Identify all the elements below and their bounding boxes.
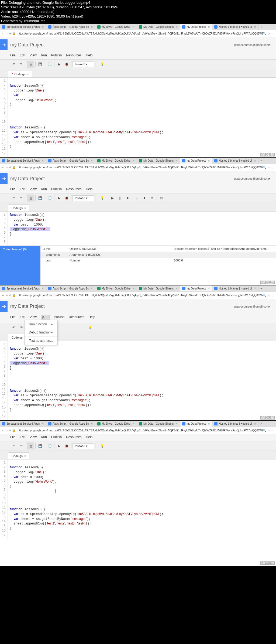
account-menu[interactable]: gappscourses@gmail.com ▾ xyxy=(234,177,271,180)
indent-icon[interactable]: ▤ xyxy=(27,442,34,449)
menu-run[interactable]: Run xyxy=(41,187,47,191)
close-icon[interactable]: × xyxy=(27,73,29,76)
code-editor[interactable]: 1234567891011121314151617 function lesso… xyxy=(0,459,276,539)
script-logo-icon[interactable]: ➜ xyxy=(0,39,8,50)
debug-function-item[interactable]: Debug function▶ xyxy=(25,328,57,336)
script-logo-icon[interactable]: ➜ xyxy=(0,301,8,312)
redo-icon[interactable]: ↷ xyxy=(18,61,25,68)
menu-edit[interactable]: Edit xyxy=(20,315,25,321)
tab-spreadsheet[interactable]: Spreadsheet Service | Apps× xyxy=(0,285,46,291)
tab-hosted[interactable]: Hosted Libraries | Hosted Li× xyxy=(212,24,258,30)
reload-icon[interactable]: ⟳ xyxy=(9,32,11,35)
menu-publish[interactable]: Publish xyxy=(51,435,62,439)
function-select[interactable]: lesson3 ▾ xyxy=(73,195,94,201)
back-icon[interactable]: ← xyxy=(2,166,4,169)
menu-help[interactable]: Help xyxy=(89,315,95,321)
debug-row[interactable]: ⊞ this Object (748023653) ({lesson2:func… xyxy=(40,246,276,252)
menu-edit[interactable]: Edit xyxy=(20,435,25,439)
star-icon[interactable]: ☆ xyxy=(268,32,270,35)
debug-row[interactable]: arguments Arguments (748023626) xyxy=(40,252,276,258)
debug-icon[interactable]: 🐞 xyxy=(63,61,70,68)
close-icon[interactable]: × xyxy=(24,454,26,458)
close-icon[interactable]: × xyxy=(133,25,134,29)
menu-resources[interactable]: Resources xyxy=(66,53,81,57)
url-input[interactable]: https://script.google.com/macros/d/1J9-3… xyxy=(18,429,263,432)
run-icon[interactable]: ▶ xyxy=(56,195,63,202)
file-tab-code[interactable]: *Code.gs× xyxy=(8,71,32,77)
menu-run[interactable]: Run xyxy=(41,315,50,321)
layout-icon[interactable]: ⧉ xyxy=(158,195,165,202)
code-content[interactable]: function lesson3(){ Logger.log('One'); v… xyxy=(8,78,276,157)
close-icon[interactable]: × xyxy=(42,25,44,29)
close-icon[interactable]: × xyxy=(24,206,26,210)
file-tab-code[interactable]: Code.gs× xyxy=(8,205,29,211)
code-editor[interactable]: 1234567891011121314151617 function lesso… xyxy=(0,78,276,157)
lightbulb-icon[interactable]: 💡 xyxy=(99,195,106,202)
menu-resources[interactable]: Resources xyxy=(69,315,84,321)
indent-icon[interactable]: ▤ xyxy=(27,195,34,202)
save-icon[interactable]: 💾 xyxy=(37,61,44,68)
tab-drive[interactable]: My Drive - Google Drive× xyxy=(95,285,137,291)
undo-icon[interactable]: ↶ xyxy=(10,324,17,331)
new-tab-button[interactable]: + xyxy=(258,25,264,28)
url-input[interactable]: https://script.google.com/macros/d/1J9-3… xyxy=(18,32,263,35)
tab-project[interactable]: my Data Project× xyxy=(180,158,212,164)
undo-icon[interactable]: ↶ xyxy=(10,442,17,449)
url-input[interactable]: https://script.google.com/macros/d/1J9-3… xyxy=(18,166,263,169)
tab-project[interactable]: my Data Project× xyxy=(180,421,212,427)
tab-spreadsheet[interactable]: Spreadsheet Service | Apps× xyxy=(0,158,46,164)
lightbulb-icon[interactable]: 💡 xyxy=(99,61,106,68)
menu-view[interactable]: View xyxy=(30,435,37,439)
menu-run[interactable]: Run xyxy=(41,53,47,57)
save-icon[interactable]: 💾 xyxy=(37,442,44,449)
clock-icon[interactable]: 🕐 xyxy=(46,61,53,68)
code-editor[interactable]: 1234567891011121314151617 function lesso… xyxy=(0,341,276,420)
test-addon-item[interactable]: Test as add-on... xyxy=(25,337,57,345)
close-icon[interactable]: × xyxy=(208,25,210,29)
forward-icon[interactable]: → xyxy=(5,166,8,169)
close-icon[interactable]: × xyxy=(91,25,93,29)
redo-icon[interactable]: ↷ xyxy=(18,195,25,202)
project-title[interactable]: my Data Project xyxy=(10,304,45,309)
close-icon[interactable]: × xyxy=(176,25,178,29)
step-over-icon[interactable]: ⤵ xyxy=(133,195,140,202)
menu-publish[interactable]: Publish xyxy=(51,187,62,191)
menu-resources[interactable]: Resources xyxy=(66,187,81,191)
menu-publish[interactable]: Publish xyxy=(51,53,62,57)
close-icon[interactable]: × xyxy=(254,25,256,29)
tab-hosted[interactable]: Hosted Libraries | Hosted Li× xyxy=(212,158,258,164)
menu-file[interactable]: File xyxy=(10,435,15,439)
menu-help[interactable]: Help xyxy=(86,435,93,439)
tab-project[interactable]: my Data Project× xyxy=(180,285,212,291)
tab-appsscript[interactable]: Apps Script – Google Apps Sc× xyxy=(46,158,95,164)
debug-icon[interactable]: 🐞 xyxy=(63,442,70,449)
menu-edit[interactable]: Edit xyxy=(20,187,25,191)
menu-view[interactable]: View xyxy=(30,315,37,321)
pause-icon[interactable]: ‖ xyxy=(116,195,123,202)
lightbulb-icon[interactable]: 💡 xyxy=(99,442,106,449)
code-content[interactable]: function lesson3(){ Logger.log('One'); v… xyxy=(8,341,276,420)
url-input[interactable]: https://script.google.com/macros/d/1J9-3… xyxy=(18,294,263,297)
tab-drive[interactable]: My Drive - Google Drive× xyxy=(95,24,137,30)
tab-sheets[interactable]: My Data - Google Sheets× xyxy=(137,285,180,291)
tab-spreadsheet[interactable]: Spreadsheet Service | Apps× xyxy=(0,421,46,427)
script-logo-icon[interactable]: ➜ xyxy=(0,173,8,184)
code-content[interactable]: function lesson3(){ Logger.log('One'); v… xyxy=(8,459,276,539)
debug-icon[interactable]: 🐞 xyxy=(63,195,70,202)
new-tab-button[interactable]: + xyxy=(258,422,264,425)
project-title[interactable]: my Data Project xyxy=(10,42,45,48)
tab-sheets[interactable]: My Data - Google Sheets× xyxy=(137,24,180,30)
redo-icon[interactable]: ↷ xyxy=(18,324,25,331)
run-icon[interactable]: ▶ xyxy=(56,442,63,449)
undo-icon[interactable]: ↶ xyxy=(10,61,17,68)
lightbulb-icon[interactable]: 💡 xyxy=(87,324,94,331)
file-tab-code[interactable]: Code.gs× xyxy=(8,452,29,459)
redo-icon[interactable]: ↷ xyxy=(18,442,25,449)
menu-file[interactable]: File xyxy=(10,53,15,57)
account-menu[interactable]: gappscourses@gmail.com ▾ xyxy=(234,43,271,47)
function-select[interactable]: lesson3 ▾ xyxy=(73,62,94,67)
menu-file[interactable]: File xyxy=(10,187,15,191)
forward-icon[interactable]: → xyxy=(5,32,8,35)
new-tab-button[interactable]: + xyxy=(258,159,264,162)
menu-view[interactable]: View xyxy=(30,187,37,191)
